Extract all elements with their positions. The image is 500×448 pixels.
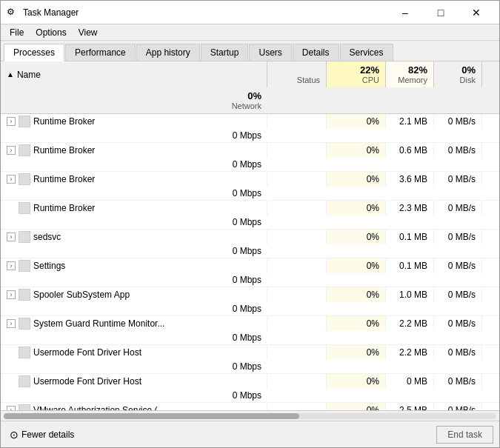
status-cell (267, 172, 327, 187)
table-row[interactable]: ›sedsvc0%0.1 MB0 MB/s0 Mbps (1, 230, 499, 258)
footer: ⊙ Fewer details End task (1, 421, 499, 447)
name-cell: Usermode Font Driver Host (1, 345, 267, 360)
memory-cell: 0.1 MB (386, 258, 434, 273)
table-row[interactable]: ›System Guard Runtime Monitor...0%2.2 MB… (1, 316, 499, 345)
expand-button[interactable]: › (7, 117, 16, 126)
table-row[interactable]: Usermode Font Driver Host0%2.2 MB0 MB/s0… (1, 345, 499, 374)
status-cell (267, 374, 327, 389)
horizontal-scrollbar[interactable] (1, 410, 499, 421)
col-header-name[interactable]: ▲ Name (1, 61, 267, 87)
process-icon (19, 289, 30, 301)
status-cell (267, 201, 327, 215)
cpu-cell: 0% (327, 201, 386, 215)
process-icon (19, 347, 30, 358)
cpu-cell: 0% (327, 114, 386, 129)
name-cell: Usermode Font Driver Host (1, 374, 267, 389)
tab-performance[interactable]: Performance (65, 44, 136, 61)
memory-cell: 2.2 MB (386, 316, 434, 331)
end-task-button[interactable]: End task (436, 426, 493, 444)
title-bar: ⚙ Task Manager – □ ✕ (1, 1, 499, 24)
process-name: VMware Authorization Service (... (33, 405, 164, 410)
cpu-cell: 0% (327, 258, 386, 273)
status-cell (267, 403, 327, 410)
process-icon (19, 318, 30, 330)
menu-options[interactable]: Options (30, 26, 72, 39)
tab-startup[interactable]: Startup (201, 44, 249, 61)
memory-cell: 2.2 MB (386, 345, 434, 360)
memory-cell: 0.1 MB (386, 230, 434, 244)
cpu-cell: 0% (327, 143, 386, 158)
process-icon (19, 404, 30, 410)
expand-button[interactable]: › (7, 175, 16, 184)
network-cell: 0 Mbps (1, 244, 267, 258)
col-header-disk[interactable]: 0% Disk (434, 61, 482, 87)
table-body: ›Runtime Broker0%2.1 MB0 MB/s0 Mbps›Runt… (1, 114, 499, 410)
fewer-details-icon: ⊙ (10, 429, 19, 441)
disk-cell: 0 MB/s (434, 345, 482, 360)
network-cell: 0 Mbps (1, 215, 267, 229)
table-row[interactable]: ›Runtime Broker0%2.1 MB0 MB/s0 Mbps (1, 114, 499, 143)
memory-cell: 2.1 MB (386, 114, 434, 129)
tab-details[interactable]: Details (293, 44, 339, 61)
cpu-cell: 0% (327, 345, 386, 360)
process-icon (19, 375, 30, 387)
col-header-network[interactable]: 0% Network (1, 87, 267, 113)
table-row[interactable]: ›VMware Authorization Service (...0%2.5 … (1, 403, 499, 410)
cpu-cell: 0% (327, 374, 386, 389)
process-icon (19, 173, 30, 185)
status-cell (267, 143, 327, 158)
close-button[interactable]: ✕ (459, 1, 493, 24)
status-cell (267, 316, 327, 331)
disk-cell: 0 MB/s (434, 114, 482, 129)
expand-button[interactable]: › (7, 146, 16, 155)
process-name: Runtime Broker (33, 116, 95, 127)
col-header-status[interactable]: Status (267, 61, 327, 87)
cpu-cell: 0% (327, 287, 386, 302)
col-header-cpu[interactable]: 22% CPU (327, 61, 386, 87)
tab-app-history[interactable]: App history (136, 44, 200, 61)
table-row[interactable]: ›Settings0%0.1 MB0 MB/s0 Mbps (1, 258, 499, 287)
expand-button[interactable]: › (7, 319, 16, 328)
table-row[interactable]: ›Spooler SubSystem App0%1.0 MB0 MB/s0 Mb… (1, 287, 499, 316)
network-cell: 0 Mbps (1, 158, 267, 171)
menu-file[interactable]: File (4, 26, 30, 39)
scrollbar-thumb[interactable] (4, 413, 299, 419)
tab-users[interactable]: Users (249, 44, 291, 61)
process-name: Spooler SubSystem App (33, 290, 130, 300)
process-name: Runtime Broker (33, 174, 95, 184)
tab-bar: Processes Performance App history Startu… (1, 41, 499, 61)
table-row[interactable]: Runtime Broker0%2.3 MB0 MB/s0 Mbps (1, 201, 499, 230)
status-cell (267, 114, 327, 129)
disk-cell: 0 MB/s (434, 316, 482, 331)
process-name: Usermode Font Driver Host (33, 347, 141, 358)
maximize-button[interactable]: □ (424, 1, 458, 24)
memory-cell: 2.3 MB (386, 201, 434, 215)
cpu-cell: 0% (327, 316, 386, 331)
content-area: ▲ Name Status 22% CPU 82% Memory 0% Disk… (1, 61, 499, 421)
memory-cell: 1.0 MB (386, 287, 434, 302)
col-header-memory[interactable]: 82% Memory (386, 61, 434, 87)
status-cell (267, 258, 327, 273)
fewer-details-link[interactable]: ⊙ Fewer details (7, 427, 77, 442)
memory-cell: 3.6 MB (386, 172, 434, 187)
table-row[interactable]: Usermode Font Driver Host0%0 MB0 MB/s0 M… (1, 374, 499, 403)
menu-bar: File Options View (1, 24, 499, 41)
network-cell: 0 Mbps (1, 360, 267, 373)
name-cell: ›sedsvc (1, 230, 267, 244)
expand-button[interactable]: › (7, 261, 16, 270)
status-cell (267, 345, 327, 360)
expand-button[interactable]: › (7, 290, 16, 299)
minimize-button[interactable]: – (388, 1, 422, 24)
tab-services[interactable]: Services (340, 44, 393, 61)
name-cell: ›VMware Authorization Service (... (1, 403, 267, 410)
cpu-cell: 0% (327, 172, 386, 187)
status-cell (267, 287, 327, 302)
table-row[interactable]: ›Runtime Broker0%0.6 MB0 MB/s0 Mbps (1, 143, 499, 172)
expand-button[interactable]: › (7, 233, 16, 241)
disk-cell: 0 MB/s (434, 287, 482, 302)
table-row[interactable]: ›Runtime Broker0%3.6 MB0 MB/s0 Mbps (1, 172, 499, 201)
window-title: Task Manager (23, 7, 388, 18)
tab-processes[interactable]: Processes (4, 44, 64, 61)
menu-view[interactable]: View (73, 26, 104, 39)
process-icon (19, 260, 30, 272)
